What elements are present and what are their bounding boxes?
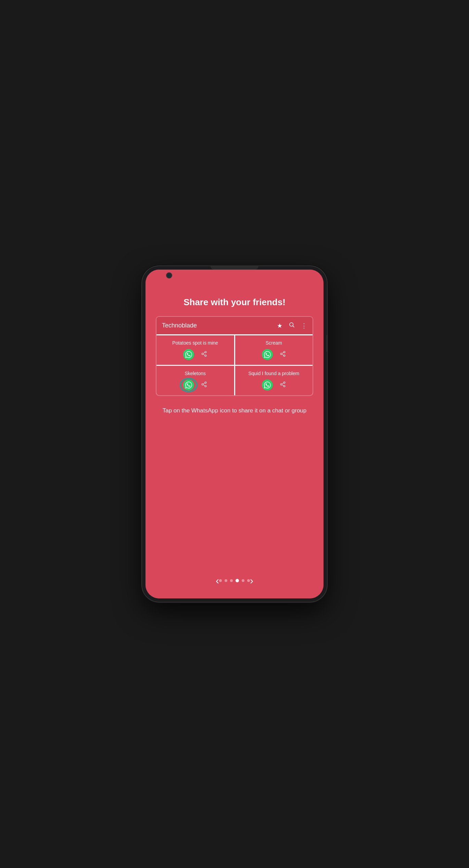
share-button-scream[interactable] (280, 351, 286, 359)
song-cell-skeletons: Skeletons (156, 366, 234, 395)
navigation-bar: ‹ › (207, 570, 262, 592)
svg-line-10 (282, 354, 283, 355)
app-header: Technoblade ★ ⋮ (156, 317, 313, 334)
song-actions-scream (262, 349, 286, 360)
dot-1 (219, 579, 222, 582)
svg-point-12 (205, 382, 207, 383)
whatsapp-button-scream[interactable] (262, 349, 273, 360)
svg-point-7 (283, 351, 285, 353)
main-content: Share with your friends! Technoblade ★ ⋮ (145, 280, 324, 598)
svg-point-4 (205, 355, 207, 357)
page-title: Share with your friends! (183, 297, 286, 308)
svg-point-14 (205, 385, 207, 387)
svg-point-19 (283, 385, 285, 387)
dot-3 (230, 579, 233, 582)
forward-button[interactable]: › (250, 575, 253, 586)
song-cell-squid: Squid I found a problem (235, 366, 313, 395)
songs-grid: Potatoes spot is mine (156, 334, 313, 395)
song-title-scream: Scream (266, 340, 282, 346)
svg-line-1 (293, 326, 294, 327)
svg-point-18 (280, 383, 282, 385)
dot-6 (247, 579, 250, 582)
song-cell-scream: Scream (235, 335, 313, 365)
star-icon[interactable]: ★ (277, 322, 282, 330)
share-button-skeletons[interactable] (201, 381, 207, 389)
side-button (327, 335, 327, 352)
svg-line-15 (203, 385, 205, 386)
app-name: Technoblade (162, 322, 197, 329)
song-cell-potatoes: Potatoes spot is mine (156, 335, 234, 365)
whatsapp-button-squid[interactable] (262, 380, 273, 390)
svg-point-3 (202, 353, 204, 355)
whatsapp-button-potatoes[interactable] (183, 349, 194, 360)
svg-point-8 (280, 353, 282, 355)
header-icons: ★ ⋮ (277, 322, 307, 330)
screen: Share with your friends! Technoblade ★ ⋮ (145, 270, 324, 598)
svg-line-16 (203, 383, 205, 384)
front-camera (166, 272, 172, 278)
dot-2 (225, 579, 227, 582)
svg-line-11 (282, 352, 283, 354)
more-options-icon[interactable]: ⋮ (301, 322, 307, 330)
song-title-potatoes: Potatoes spot is mine (172, 340, 218, 346)
svg-point-0 (290, 323, 293, 326)
svg-point-17 (283, 382, 285, 383)
svg-point-2 (205, 351, 207, 353)
dot-5 (242, 579, 244, 582)
song-title-skeletons: Skeletons (185, 371, 206, 376)
svg-line-20 (282, 385, 283, 386)
phone-frame: Share with your friends! Technoblade ★ ⋮ (142, 266, 327, 602)
bottom-instruction: Tap on the WhatsApp icon to share it on … (159, 406, 310, 415)
share-button-potatoes[interactable] (201, 351, 207, 359)
song-actions-squid (262, 380, 286, 390)
svg-point-13 (202, 383, 204, 385)
song-title-squid: Squid I found a problem (248, 371, 299, 376)
svg-line-6 (203, 352, 205, 354)
svg-line-5 (203, 354, 205, 355)
song-actions-potatoes (183, 349, 207, 360)
share-button-squid[interactable] (280, 381, 286, 389)
song-actions-skeletons (183, 380, 207, 390)
dot-4-active (236, 579, 239, 582)
status-bar (145, 270, 324, 280)
back-button[interactable]: ‹ (216, 575, 219, 586)
page-dots (219, 579, 250, 582)
svg-point-9 (283, 355, 285, 357)
app-card: Technoblade ★ ⋮ (156, 316, 313, 396)
whatsapp-button-skeletons[interactable] (183, 380, 194, 390)
svg-line-21 (282, 383, 283, 384)
search-icon[interactable] (289, 322, 295, 330)
